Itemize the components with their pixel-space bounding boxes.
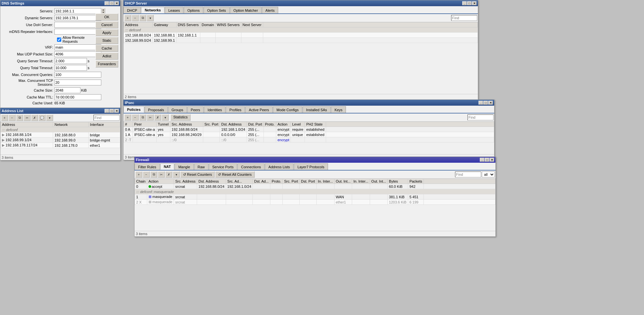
ipsec-paste-btn[interactable]: ✂ <box>147 114 154 121</box>
vrf-input[interactable] <box>54 44 101 50</box>
address-disable-btn[interactable]: ✗ <box>31 114 38 121</box>
firewall-find-input[interactable] <box>455 172 481 177</box>
col-fw-bytes[interactable]: Bytes <box>388 179 408 184</box>
ipsec-filter-btn[interactable]: ▾ <box>162 114 169 121</box>
tab-leases[interactable]: Leases <box>165 7 183 13</box>
ipsec-find-input[interactable] <box>467 114 494 120</box>
max-concurrent-tcp-input[interactable] <box>54 80 101 85</box>
tab-connections[interactable]: Connections <box>237 163 265 170</box>
col-fw-out-int[interactable]: Out. Int... <box>334 179 352 184</box>
col-fw-dst-addr[interactable]: Dst. Address <box>197 179 226 184</box>
servers-up-arrow[interactable]: ▲ <box>102 8 105 11</box>
dhcp-close-btn[interactable]: ✕ <box>472 1 477 5</box>
fw-remove-btn[interactable]: − <box>143 171 150 178</box>
col-ipsec-src-addr[interactable]: Src. Address <box>170 122 203 127</box>
dhcp-remove-btn[interactable]: − <box>132 15 139 21</box>
table-row[interactable]: ▶ 192.168.88.1/24 192.168.88.0 bridge <box>1 132 120 138</box>
address-comment-btn[interactable]: 💬 <box>38 114 46 121</box>
dns-maximize-btn[interactable]: □ <box>109 1 114 5</box>
cache-size-input[interactable] <box>54 87 80 93</box>
tab-dhcp[interactable]: DHCP <box>123 7 141 13</box>
table-row[interactable]: 192.168.99.0/24 192.168.99.1 <box>124 38 478 43</box>
tab-option-matcher[interactable]: Option Matcher <box>230 7 262 13</box>
dhcp-minimize-btn[interactable]: _ <box>462 1 467 5</box>
ipsec-add-btn[interactable]: + <box>124 114 131 121</box>
tab-installed-sas[interactable]: Installed SAs <box>303 106 331 113</box>
cancel-button[interactable]: Cancel <box>95 21 118 28</box>
firewall-close-btn[interactable]: ✕ <box>490 158 494 162</box>
table-row[interactable]: ▶ 192.168.99.1/24 192.168.99.0 bridge-mg… <box>1 138 120 143</box>
ipsec-maximize-btn[interactable]: □ <box>483 101 488 105</box>
reset-all-counters-button[interactable]: ↺ Reset All Counters <box>215 171 254 178</box>
table-row[interactable]: 1 A IPSEC-site-a yes 192.168.88.240/29 0… <box>124 132 494 137</box>
col-dhcp-gateway[interactable]: Gateway <box>152 22 176 27</box>
firewall-filter-select[interactable]: all <box>482 172 495 177</box>
dhcp-filter-btn[interactable]: ▾ <box>147 15 154 21</box>
tab-raw[interactable]: Raw <box>194 163 208 170</box>
query-total-timeout-input[interactable] <box>54 65 87 71</box>
ipsec-minimize-btn[interactable]: _ <box>479 101 483 105</box>
col-fw-dst-ad[interactable]: Dst. Ad... <box>253 179 270 184</box>
col-ipsec-level[interactable]: Level <box>291 122 305 127</box>
firewall-maximize-btn[interactable]: □ <box>485 158 489 162</box>
max-concurrent-queries-input[interactable] <box>54 72 101 78</box>
address-close-btn[interactable]: ✕ <box>114 109 119 113</box>
col-fw-out-int2[interactable]: Out. Int... <box>370 179 387 184</box>
address-find-input[interactable] <box>93 115 120 121</box>
tab-service-ports[interactable]: Service Ports <box>209 163 237 170</box>
dhcp-add-btn[interactable]: + <box>124 15 131 21</box>
apply-button[interactable]: Apply <box>95 29 118 36</box>
address-maximize-btn[interactable]: □ <box>109 109 114 113</box>
col-dhcp-address[interactable]: Address <box>124 22 153 27</box>
address-copy-btn[interactable]: ⧉ <box>16 114 23 121</box>
col-fw-src-port[interactable]: Src. Port <box>283 179 300 184</box>
col-ipsec-dst-addr[interactable]: Dst. Address <box>220 122 247 127</box>
col-ipsec-dst-port[interactable]: Dst. Port <box>247 122 264 127</box>
table-row[interactable]: 0 A IPSEC-site-a yes 192.168.88.0/24 192… <box>124 127 494 132</box>
servers-input[interactable] <box>54 8 101 14</box>
tab-layer7[interactable]: Layer7 Protocols <box>294 163 328 170</box>
use-doh-input[interactable] <box>54 22 101 28</box>
col-ipsec-proto[interactable]: Proto. <box>264 122 276 127</box>
fw-copy-btn[interactable]: ⧉ <box>150 171 157 178</box>
cache-button[interactable]: Cache <box>95 45 118 52</box>
col-fw-action[interactable]: Action <box>147 179 174 184</box>
query-server-timeout-input[interactable] <box>54 58 87 64</box>
fw-filter-btn[interactable]: ▾ <box>173 171 180 178</box>
table-row[interactable]: ▶ 192.168.178.117/24 192.168.178.0 ether… <box>1 143 120 148</box>
dns-close-btn[interactable]: ✕ <box>114 1 119 5</box>
tab-proposals[interactable]: Proposals <box>145 106 168 113</box>
table-row[interactable]: 1 ⊞ masquerade srcnat WAN 381.1 KiB 5 45… <box>135 194 495 200</box>
tab-identities[interactable]: Identities <box>204 106 225 113</box>
dynamic-servers-input[interactable] <box>54 15 101 21</box>
table-row[interactable]: 192.168.88.0/24 192.168.88.1 192.168.1.1 <box>124 33 478 38</box>
tab-policies[interactable]: Policies <box>123 106 144 113</box>
dhcp-copy-btn[interactable]: ⧉ <box>139 15 146 21</box>
col-ipsec-ph2[interactable]: PH2 State <box>305 122 326 127</box>
fw-disable-btn[interactable]: ✗ <box>165 171 172 178</box>
tab-active-peers[interactable]: Active Peers <box>245 106 273 113</box>
col-ipsec-peer[interactable]: Peer <box>133 122 156 127</box>
reset-counters-button[interactable]: ↺ Reset Counters <box>180 171 215 178</box>
static-button[interactable]: Static <box>95 37 118 44</box>
tab-peers[interactable]: Peers <box>187 106 204 113</box>
table-row[interactable]: 2 ·T ::/0 ::/0 255 (... encrypt <box>124 137 494 142</box>
tab-profiles[interactable]: Profiles <box>226 106 245 113</box>
ipsec-close-btn[interactable]: ✕ <box>488 101 493 105</box>
tab-filter-rules[interactable]: Filter Rules <box>135 163 160 170</box>
col-fw-in-int[interactable]: In. Inter... <box>316 179 334 184</box>
col-interface[interactable]: Interface <box>89 122 120 127</box>
col-ipsec-src-port[interactable]: Src. Port <box>203 122 220 127</box>
address-minimize-btn[interactable]: _ <box>105 109 109 113</box>
mdns-input[interactable] <box>54 29 101 35</box>
col-ipsec-tunnel[interactable]: Tunnel <box>156 122 170 127</box>
ipsec-copy-btn[interactable]: ⧉ <box>139 114 146 121</box>
ok-button[interactable]: OK <box>95 13 118 21</box>
tab-option-sets[interactable]: Option Sets <box>204 7 229 13</box>
ipsec-remove-btn[interactable]: − <box>132 114 139 121</box>
dhcp-scroll-area[interactable]: Address Gateway DNS Servers Domain WINS … <box>123 22 478 94</box>
ipsec-disable-btn[interactable]: ✗ <box>154 114 161 121</box>
tab-alerts[interactable]: Alerts <box>262 7 278 13</box>
tab-groups[interactable]: Groups <box>168 106 187 113</box>
col-fw-proto[interactable]: Proto. <box>270 179 282 184</box>
